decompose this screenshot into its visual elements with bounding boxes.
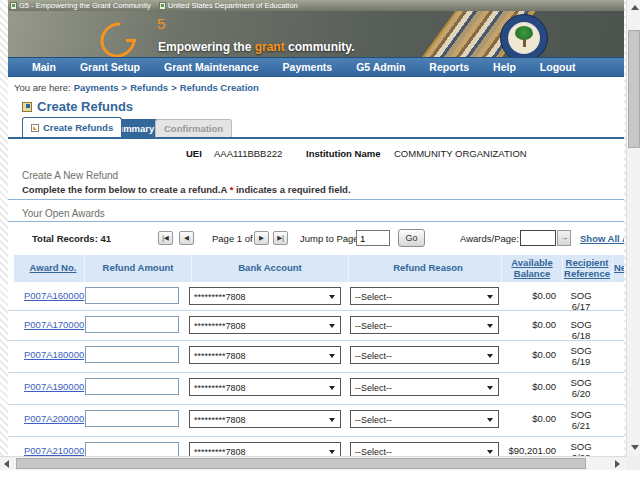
column-separator <box>562 255 563 282</box>
show-all-awards-link[interactable]: Show All Aw <box>580 233 624 244</box>
nav-item-main[interactable]: Main <box>20 61 68 73</box>
chevron-down-icon <box>487 354 493 358</box>
vertical-scroll-thumb[interactable] <box>628 30 640 148</box>
col-header-award-no[interactable]: Award No. <box>22 262 84 273</box>
breadcrumb-refunds-creation[interactable]: Refunds Creation <box>180 82 259 93</box>
net-value: -$15 <box>600 349 624 360</box>
title-tab-g5: G5 - Empowering the Grant Community <box>10 1 151 10</box>
select-value: --Select-- <box>355 447 392 456</box>
refund-reason-select[interactable]: --Select-- <box>350 346 499 364</box>
doe-seal-tree <box>515 26 533 40</box>
column-separator <box>191 255 192 282</box>
refund-amount-input[interactable] <box>85 410 179 427</box>
jump-to-page-input[interactable] <box>356 230 390 246</box>
chevron-down-icon <box>329 295 335 299</box>
page-content: G5 - Empowering the Grant Community Unit… <box>8 0 624 470</box>
tab-arrow-icon <box>31 124 39 132</box>
col-header-refund-reason: Refund Reason <box>349 262 507 273</box>
nav-item-logout[interactable]: Logout <box>528 61 588 73</box>
horizontal-scroll-thumb[interactable] <box>16 458 586 469</box>
recipient-reference: SOG 6/19 <box>560 345 602 367</box>
table-row: P007A210000 *********7808 --Select-- $90… <box>8 436 624 456</box>
award-link[interactable]: P007A200000 <box>24 413 84 424</box>
awards-per-page-go-arrow-icon[interactable]: → <box>557 230 571 246</box>
award-link[interactable]: P007A210000 <box>24 445 84 456</box>
refund-reason-select[interactable]: --Select-- <box>350 378 499 396</box>
breadcrumb-refunds[interactable]: Refunds <box>130 82 168 93</box>
select-value: --Select-- <box>355 292 392 302</box>
prev-page-button[interactable]: ◀ <box>179 231 194 245</box>
tab-bar: Create Refunds Summary Confirmation <box>8 118 624 139</box>
tagline-accent: grant <box>255 40 285 54</box>
refund-amount-input[interactable] <box>85 287 179 304</box>
bank-account-select[interactable]: *********7808 <box>189 316 341 334</box>
chevron-down-icon <box>329 418 335 422</box>
chevron-down-icon <box>487 450 493 454</box>
breadcrumb-payments[interactable]: Payments <box>74 82 119 93</box>
divider <box>8 199 624 200</box>
column-separator <box>612 255 613 282</box>
table-row: P007A190000 *********7808 --Select-- $0.… <box>8 372 624 404</box>
instruction-post: indicates a required field. <box>233 184 350 195</box>
refund-amount-input[interactable] <box>85 378 179 395</box>
next-page-button[interactable]: ▶ <box>254 231 269 245</box>
tab-create-refunds[interactable]: Create Refunds <box>22 117 122 137</box>
tab-underline <box>8 137 624 139</box>
breadcrumb-prefix: You are here: <box>14 82 71 93</box>
table-row: P007A170000 *********7808 --Select-- $0.… <box>8 310 624 340</box>
refund-amount-input[interactable] <box>85 346 179 363</box>
award-link[interactable]: P007A170000 <box>24 319 84 330</box>
page-title: Create Refunds <box>37 99 133 114</box>
bank-account-select[interactable]: *********7808 <box>189 287 341 305</box>
scroll-right-icon[interactable] <box>615 460 620 468</box>
select-value: *********7808 <box>194 292 246 302</box>
recipient-reference: SOG 6/20 <box>560 377 602 399</box>
refund-reason-select[interactable]: --Select-- <box>350 442 499 456</box>
scroll-left-icon[interactable] <box>4 460 9 468</box>
nav-item-g5-admin[interactable]: G5 Admin <box>344 61 417 73</box>
tab-label: Create Refunds <box>43 122 113 133</box>
chevron-down-icon <box>329 386 335 390</box>
awards-per-page-input[interactable] <box>520 230 556 246</box>
g5-logo-icon <box>93 15 142 57</box>
bank-account-select[interactable]: *********7808 <box>189 442 341 456</box>
refund-reason-select[interactable]: --Select-- <box>350 316 499 334</box>
net-value: -$16 <box>600 445 624 456</box>
refund-amount-input[interactable] <box>85 442 179 456</box>
col-header-recipient-reference[interactable]: Recipient Reference <box>563 257 611 279</box>
go-button[interactable]: Go <box>398 229 425 247</box>
chevron-down-icon <box>329 450 335 454</box>
available-balance: $0.00 <box>500 290 556 301</box>
nav-item-reports[interactable]: Reports <box>417 61 481 73</box>
tagline-pre: Empowering the <box>158 40 255 54</box>
nav-item-help[interactable]: Help <box>481 61 528 73</box>
section-title-create-refund: Create A New Refund <box>22 170 118 181</box>
page-favicon-icon <box>10 2 17 10</box>
bank-account-select[interactable]: *********7808 <box>189 346 341 364</box>
last-page-button[interactable]: ▶| <box>273 231 288 245</box>
chevron-down-icon <box>329 354 335 358</box>
refund-reason-select[interactable]: --Select-- <box>350 287 499 305</box>
scroll-down-icon[interactable] <box>631 445 639 450</box>
refund-reason-select[interactable]: --Select-- <box>350 410 499 428</box>
nav-item-grant-setup[interactable]: Grant Setup <box>68 61 152 73</box>
bank-account-select[interactable]: *********7808 <box>189 410 341 428</box>
header-banner: 5 Empowering the grant community. <box>8 11 624 57</box>
col-header-net[interactable]: Net <box>614 262 624 273</box>
horizontal-scrollbar[interactable] <box>0 456 626 470</box>
col-header-available-balance[interactable]: Available Balance <box>502 257 562 279</box>
scroll-up-icon[interactable] <box>631 5 639 10</box>
nav-item-payments[interactable]: Payments <box>271 61 345 73</box>
column-separator <box>348 255 349 282</box>
award-link[interactable]: P007A190000 <box>24 381 84 392</box>
bank-account-select[interactable]: *********7808 <box>189 378 341 396</box>
nav-item-grant-maintenance[interactable]: Grant Maintenance <box>152 61 271 73</box>
banner-tagline: Empowering the grant community. <box>158 40 354 54</box>
g5-logo-five: 5 <box>157 15 165 32</box>
first-page-button[interactable]: |◀ <box>158 231 173 245</box>
vertical-scrollbar[interactable] <box>626 0 640 456</box>
select-value: *********7808 <box>194 383 246 393</box>
award-link[interactable]: P007A160000 <box>24 290 84 301</box>
refund-amount-input[interactable] <box>85 316 179 333</box>
award-link[interactable]: P007A180000 <box>24 349 84 360</box>
